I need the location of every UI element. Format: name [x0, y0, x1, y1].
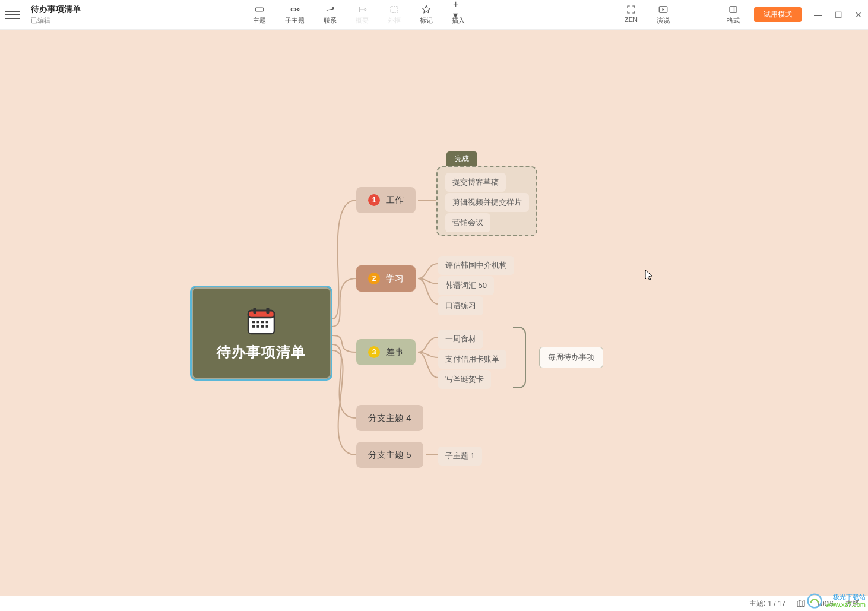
- branch-4[interactable]: 分支主题 4: [356, 405, 423, 431]
- svg-rect-8: [248, 311, 274, 318]
- priority-3-badge: 3: [368, 346, 380, 358]
- branch-label: 工作: [386, 195, 404, 206]
- tool-label: 概要: [356, 16, 369, 25]
- root-node[interactable]: 待办事项清单: [190, 286, 332, 381]
- leaf-work-2[interactable]: 营销会议: [445, 213, 490, 232]
- tool-topic[interactable]: 主题: [251, 3, 268, 26]
- leaf-study-1[interactable]: 韩语词汇 50: [438, 276, 494, 295]
- svg-rect-17: [261, 325, 264, 328]
- leaf-errands-0[interactable]: 一周食材: [438, 330, 483, 349]
- root-node-label: 待办事项清单: [217, 343, 306, 362]
- leaf-errands-2[interactable]: 写圣诞贺卡: [438, 370, 491, 389]
- tool-relation[interactable]: 联系: [321, 3, 339, 26]
- status-map-icon[interactable]: [796, 599, 806, 609]
- svg-rect-16: [256, 325, 259, 328]
- branch-work[interactable]: 1 工作: [356, 187, 416, 213]
- weekly-summary[interactable]: 每周待办事项: [539, 347, 603, 368]
- tool-subtopic[interactable]: 子主题: [283, 3, 307, 26]
- leaf-work-0[interactable]: 提交博客草稿: [445, 173, 506, 192]
- tool-summary: 概要: [353, 3, 371, 26]
- menu-icon[interactable]: [5, 11, 20, 19]
- window-maximize[interactable]: ☐: [834, 10, 843, 20]
- marker-icon: [421, 4, 432, 15]
- format-icon: [728, 4, 739, 15]
- branch-5[interactable]: 分支主题 5: [356, 442, 423, 468]
- leaf-study-2[interactable]: 口语练习: [438, 296, 483, 315]
- subtopic-icon: [290, 4, 300, 15]
- tool-label: 格式: [727, 16, 740, 25]
- svg-rect-14: [266, 321, 268, 323]
- priority-1-badge: 1: [368, 194, 380, 206]
- mouse-cursor-icon: [645, 270, 653, 281]
- branch-study[interactable]: 2 学习: [356, 265, 416, 292]
- tool-format[interactable]: 格式: [724, 3, 742, 26]
- done-tag[interactable]: 完成: [446, 151, 477, 166]
- tool-zen[interactable]: ZEN: [622, 3, 640, 24]
- tool-label: 标记: [420, 16, 433, 25]
- svg-rect-12: [256, 321, 259, 323]
- zoom-value: 100%: [816, 600, 835, 608]
- tool-marker[interactable]: 标记: [417, 3, 435, 26]
- branch-label: 分支主题 4: [368, 413, 411, 424]
- toolbar-right: ZEN 演说 格式: [622, 3, 742, 26]
- status-label: 主题:: [749, 599, 765, 609]
- tool-label: 插入: [452, 16, 465, 25]
- status-outline[interactable]: 大纲: [845, 599, 860, 609]
- leaf-branch5-0[interactable]: 子主题 1: [438, 447, 482, 466]
- statusbar: 主题: 1 / 17 100% 大纲: [0, 596, 868, 611]
- svg-rect-0: [255, 8, 264, 11]
- tool-label: 主题: [253, 16, 266, 25]
- tool-boundary: 外框: [385, 3, 403, 26]
- leaf-work-1[interactable]: 剪辑视频并提交样片: [445, 193, 529, 212]
- calendar-icon: [245, 305, 277, 337]
- mindmap-canvas[interactable]: 待办事项清单 完成 1 工作 提交博客草稿 剪辑视频并提交样片 营销会议 2 学…: [0, 30, 868, 596]
- svg-rect-18: [266, 325, 268, 328]
- toolbar: 待办事项清单 已编辑 主题 子主题 联系 概要: [0, 0, 868, 30]
- svg-rect-10: [266, 308, 269, 314]
- trial-mode-button[interactable]: 试用模式: [754, 7, 802, 22]
- status-value: 1 / 17: [768, 600, 785, 608]
- window-controls: — ☐ ✕: [813, 10, 863, 20]
- svg-rect-15: [252, 325, 255, 328]
- svg-rect-1: [291, 8, 296, 11]
- present-icon: [658, 4, 669, 15]
- branch-errands[interactable]: 3 差事: [356, 339, 416, 365]
- topic-icon: [254, 4, 265, 15]
- tool-label: ZEN: [625, 16, 638, 23]
- summary-icon: [357, 4, 368, 15]
- leaf-errands-1[interactable]: 支付信用卡账单: [438, 350, 506, 369]
- toolbar-center: 主题 子主题 联系 概要 外框: [251, 3, 467, 26]
- branch-label: 分支主题 5: [368, 449, 411, 461]
- svg-rect-11: [252, 321, 255, 323]
- svg-rect-9: [254, 308, 256, 314]
- priority-2-badge: 2: [368, 273, 380, 284]
- window-minimize[interactable]: —: [813, 10, 823, 20]
- zen-icon: [626, 4, 636, 15]
- errands-bracket: [513, 327, 526, 388]
- tool-insert[interactable]: + ▾ 插入: [449, 3, 467, 26]
- tool-label: 联系: [324, 16, 337, 25]
- document-status: 已编辑: [31, 16, 239, 25]
- connectors-layer: [0, 30, 868, 596]
- svg-point-3: [365, 9, 366, 11]
- tool-label: 演说: [657, 16, 670, 25]
- window-close[interactable]: ✕: [854, 10, 863, 20]
- document-title-block: 待办事项清单 已编辑: [31, 4, 239, 25]
- boundary-icon: [389, 4, 400, 15]
- branch-label: 学习: [386, 273, 404, 284]
- status-zoom[interactable]: 100%: [816, 600, 835, 608]
- insert-icon: + ▾: [453, 4, 464, 15]
- branch-label: 差事: [386, 347, 404, 358]
- status-topic-count: 主题: 1 / 17: [749, 599, 785, 609]
- svg-rect-4: [391, 7, 398, 13]
- tool-present[interactable]: 演说: [654, 3, 672, 26]
- leaf-study-0[interactable]: 评估韩国中介机构: [438, 256, 514, 275]
- document-title: 待办事项清单: [31, 4, 239, 15]
- relation-icon: [325, 4, 335, 15]
- svg-rect-2: [297, 9, 299, 11]
- svg-rect-6: [730, 7, 737, 13]
- tool-label: 外框: [388, 16, 401, 25]
- tool-label: 子主题: [285, 16, 305, 25]
- svg-rect-13: [261, 321, 264, 323]
